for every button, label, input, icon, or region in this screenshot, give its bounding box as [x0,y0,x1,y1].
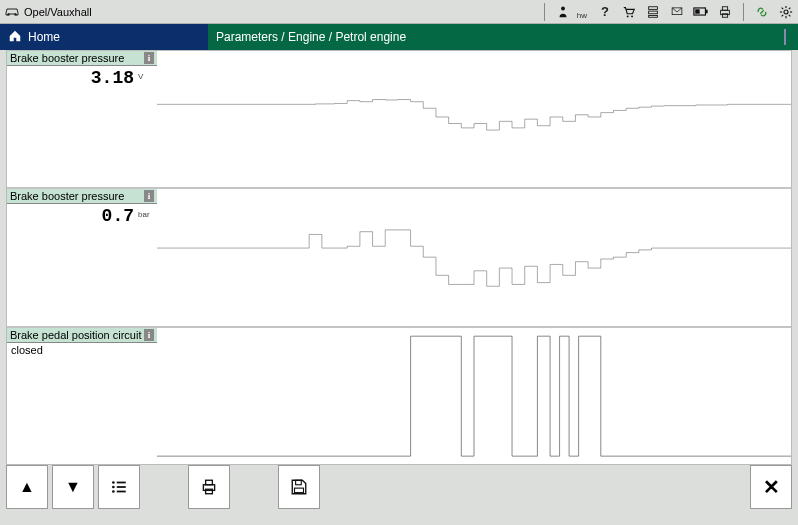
svg-rect-32 [206,489,213,494]
nav-row: Home Parameters / Engine / Petrol engine [0,24,798,50]
svg-rect-5 [649,6,658,9]
close-button[interactable]: ✕ [750,465,792,509]
home-icon [8,29,22,46]
svg-point-3 [627,15,629,17]
svg-point-1 [14,13,16,15]
parameter-name: Brake booster pressure [10,52,124,64]
toolbar-icons: hw ? [542,3,794,21]
parameter-chart [157,328,791,464]
svg-point-24 [112,481,115,484]
svg-point-0 [7,13,9,15]
home-label: Home [28,30,60,44]
breadcrumb: Parameters / Engine / Petrol engine [208,24,798,50]
svg-rect-27 [117,486,126,488]
parameter-row: Brake pedal position circuit i closed [7,328,791,464]
parameter-chart [157,189,791,325]
parameter-name: Brake booster pressure [10,190,124,202]
svg-line-21 [789,14,791,16]
parameter-label-area: Brake booster pressure i 3.18 V [7,51,157,187]
svg-rect-31 [206,480,213,485]
scroll-up-button[interactable]: ▲ [6,465,48,509]
svg-point-28 [112,490,115,493]
bottom-toolbar: ▲ ▼ ✕ [6,465,792,509]
svg-line-23 [789,7,791,9]
brand: Opel/Vauxhall [4,5,92,19]
svg-rect-6 [649,11,658,14]
svg-line-22 [782,14,784,16]
svg-line-20 [782,7,784,9]
parameter-header[interactable]: Brake pedal position circuit i [7,328,157,343]
link-icon[interactable] [754,4,770,20]
home-button[interactable]: Home [0,24,208,50]
svg-rect-7 [649,15,658,17]
parameter-row: Brake booster pressure i 0.7 bar [7,189,791,327]
gear-icon[interactable] [778,4,794,20]
save-button[interactable] [278,465,320,509]
svg-point-26 [112,486,115,489]
svg-point-15 [784,9,788,13]
divider [544,3,545,21]
svg-point-2 [561,6,565,10]
svg-rect-11 [695,9,699,13]
progress-bar [784,29,786,45]
parameter-chart [157,51,791,187]
parameter-panel: Brake booster pressure i 3.18 V Brake bo… [6,50,792,465]
svg-rect-13 [722,6,727,10]
topbar: Opel/Vauxhall hw ? [0,0,798,24]
divider [743,3,744,21]
person-icon[interactable] [555,4,571,20]
parameter-value: 0.7 [7,206,138,226]
breadcrumb-text: Parameters / Engine / Petrol engine [216,30,406,44]
scroll-down-button[interactable]: ▼ [52,465,94,509]
battery-icon[interactable] [693,4,709,20]
car-icon [4,5,20,19]
cart-icon[interactable] [621,4,637,20]
print-button[interactable] [188,465,230,509]
parameter-unit: bar [138,210,152,219]
parameter-unit: V [138,72,152,81]
parameter-row: Brake booster pressure i 3.18 V [7,51,791,189]
parameter-status: closed [7,343,157,357]
parameter-name: Brake pedal position circuit [10,329,141,341]
progress-wrap [784,30,790,44]
hw-label: hw [577,11,587,20]
print-icon[interactable] [717,4,733,20]
brand-label: Opel/Vauxhall [24,6,92,18]
list-button[interactable] [98,465,140,509]
info-icon[interactable]: i [144,52,154,64]
svg-rect-29 [117,491,126,493]
svg-rect-25 [117,482,126,484]
mail-icon[interactable] [669,4,685,20]
svg-rect-10 [706,10,708,14]
svg-point-4 [631,15,633,17]
parameter-header[interactable]: Brake booster pressure i [7,51,157,66]
parameter-label-area: Brake pedal position circuit i closed [7,328,157,464]
info-icon[interactable]: i [144,190,154,202]
help-icon[interactable]: ? [597,4,613,20]
parameter-label-area: Brake booster pressure i 0.7 bar [7,189,157,325]
parameter-header[interactable]: Brake booster pressure i [7,189,157,204]
info-icon[interactable]: i [144,329,154,341]
feed-icon[interactable] [645,4,661,20]
svg-rect-34 [295,488,304,493]
parameter-value: 3.18 [7,68,138,88]
